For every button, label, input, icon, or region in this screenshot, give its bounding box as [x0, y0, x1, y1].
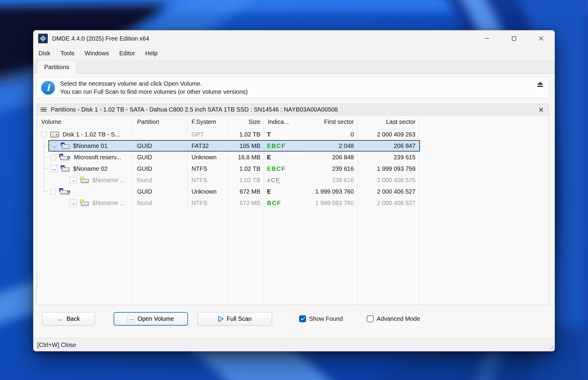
- cell-fsystem: GPT: [187, 131, 227, 138]
- panel-title: Partitions - Disk 1 - 1.02 TB - SATA - D…: [51, 106, 537, 113]
- cell-last-sector: 2 000 409 263: [357, 131, 419, 138]
- menu-item-editor[interactable]: Editor: [114, 48, 140, 59]
- cell-last-sector: 2 000 408 575: [357, 177, 419, 184]
- advanced-mode-label: Advanced Mode: [377, 315, 420, 322]
- cell-indicator: BCF: [264, 200, 296, 207]
- menu-item-tools[interactable]: Tools: [55, 48, 80, 59]
- play-triangle-icon: [218, 316, 224, 322]
- check-icon: [301, 317, 305, 320]
- partitions-panel: Partitions - Disk 1 - 1.02 TB - SATA - D…: [37, 104, 549, 305]
- menu-item-windows[interactable]: Windows: [80, 48, 114, 59]
- info-banner: i Select the necessary volume and click …: [37, 77, 549, 98]
- show-found-label: Show Found: [309, 315, 343, 322]
- cell-size: 1.02 TB: [227, 131, 264, 138]
- volume-name: $Noname 01: [73, 142, 108, 149]
- disk-led: [56, 134, 57, 135]
- maximize-button[interactable]: [501, 30, 528, 47]
- cell-size: 672 MB: [227, 188, 264, 195]
- titlebar: DMDE 4.4.0 (2025) Free Edition x64: [33, 30, 555, 47]
- checkbox: [367, 315, 374, 322]
- table-body: Disk 1 - 1.02 TB - S...GPT1.02 TBT02 000…: [37, 129, 549, 305]
- indicator-flag: E: [267, 188, 271, 195]
- full-scan-button[interactable]: Full Scan: [198, 312, 272, 326]
- cell-size: 1.02 TB: [227, 177, 264, 184]
- cell-indicator: E: [264, 154, 296, 161]
- table-row[interactable]: →$Noname ...foundNTFS1.02 TBxCF239 6162 …: [37, 174, 549, 186]
- eject-icon: [537, 81, 544, 87]
- cell-volume: ?: [37, 188, 133, 195]
- menubar: DiskToolsWindowsEditorHelp: [33, 47, 555, 60]
- row-checkbox[interactable]: [50, 155, 56, 160]
- indicator-flag: C: [272, 200, 277, 206]
- panel-close-icon: [539, 107, 544, 112]
- hamburger-icon[interactable]: [41, 108, 47, 112]
- tabstrip: Partitions: [33, 60, 555, 74]
- column-header-volume[interactable]: Volume: [37, 118, 133, 125]
- partition-icon-body: [81, 202, 89, 206]
- cell-partition: found: [133, 177, 187, 184]
- back-button-label: Back: [66, 315, 80, 322]
- cell-volume: Disk 1 - 1.02 TB - S...: [37, 131, 133, 138]
- cell-indicator: E: [264, 188, 296, 195]
- back-button[interactable]: ← Back: [42, 312, 95, 326]
- open-volume-label: Open Volume: [137, 315, 174, 322]
- panel-close-button[interactable]: [537, 105, 546, 114]
- open-volume-button[interactable]: → Open Volume: [114, 312, 188, 326]
- indicator-flag: EBCF: [267, 165, 286, 172]
- menu-item-help[interactable]: Help: [140, 48, 163, 59]
- mounted-arrow-icon: →: [69, 199, 77, 207]
- eject-button[interactable]: [537, 81, 544, 88]
- table-row[interactable]: ?GUIDUnknown672 MBE1 999 093 7602 000 40…: [37, 186, 549, 197]
- close-icon: [538, 36, 544, 41]
- cell-fsystem: Unknown: [187, 188, 227, 195]
- resize-grip[interactable]: [549, 345, 554, 351]
- cell-partition: GUID: [133, 142, 187, 149]
- show-found-checkbox[interactable]: Show Found: [299, 312, 343, 326]
- cell-indicator: T: [264, 131, 296, 138]
- column-header-f-system[interactable]: F.System: [187, 118, 227, 125]
- cell-size: 16.8 MB: [227, 154, 264, 161]
- maximize-icon: [511, 36, 517, 41]
- cell-last-sector: 239 615: [357, 154, 419, 161]
- table-row[interactable]: ?Microsoft reserv...GUIDUnknown16.8 MBE2…: [37, 152, 549, 163]
- table-row[interactable]: →$Noname 02GUIDNTFS1.02 TBEBCF239 6161 9…: [37, 163, 549, 174]
- cell-first-sector: 1 999 093 760: [296, 200, 357, 207]
- column-header-size[interactable]: Size: [227, 118, 264, 125]
- table-row[interactable]: →$Noname 01GUIDFAT32105 MBEBCF2 048206 8…: [37, 140, 549, 152]
- column-header-partition[interactable]: Partition: [133, 118, 187, 125]
- cell-fsystem: Unknown: [187, 154, 227, 161]
- column-header-first-sector[interactable]: First sector: [296, 118, 357, 125]
- minimize-button[interactable]: [473, 30, 501, 47]
- cell-last-sector: 1 999 093 759: [357, 165, 419, 172]
- advanced-mode-checkbox[interactable]: Advanced Mode: [367, 312, 420, 326]
- full-scan-label: Full Scan: [227, 315, 252, 322]
- content: i Select the necessary volume and click …: [33, 74, 555, 351]
- mounted-arrow-icon: →: [50, 142, 57, 149]
- row-checkbox[interactable]: [50, 189, 56, 195]
- cell-last-sector: 206 847: [357, 142, 419, 149]
- menu-item-disk[interactable]: Disk: [33, 48, 55, 59]
- cell-fsystem: FAT32: [187, 142, 227, 149]
- table-row[interactable]: Disk 1 - 1.02 TB - S...GPT1.02 TBT02 000…: [37, 129, 549, 140]
- cell-first-sector: 2 048: [296, 142, 357, 149]
- close-button[interactable]: [528, 30, 555, 47]
- indicator-flag: F: [277, 200, 281, 206]
- volume-name: $Noname 02: [73, 165, 108, 172]
- cell-volume: →$Noname 01: [37, 142, 133, 149]
- indicator-flag: B: [267, 200, 272, 206]
- volume-name: $Noname ...: [92, 177, 125, 184]
- app-logo-icon: [38, 34, 48, 43]
- cell-last-sector: 2 000 406 527: [357, 200, 419, 207]
- table-row[interactable]: →$Noname ...foundNTFS672 MBBCF1 999 093 …: [37, 197, 549, 209]
- cell-partition: GUID: [133, 188, 187, 195]
- column-header-last-sector[interactable]: Last sector: [357, 118, 419, 125]
- indicator-flag: F: [276, 177, 280, 183]
- volume-name: Disk 1 - 1.02 TB - S...: [63, 131, 120, 138]
- row-checkbox[interactable]: [41, 132, 47, 137]
- column-header-indica[interactable]: Indica...: [264, 118, 296, 125]
- cell-size: 1.02 TB: [227, 165, 264, 172]
- tab-partitions[interactable]: Partitions: [37, 60, 77, 74]
- dmde-window: DMDE 4.4.0 (2025) Free Edition x64 DiskT…: [33, 30, 555, 351]
- volume-name: Microsoft reserv...: [74, 154, 121, 161]
- partition-icon-body: [62, 145, 69, 149]
